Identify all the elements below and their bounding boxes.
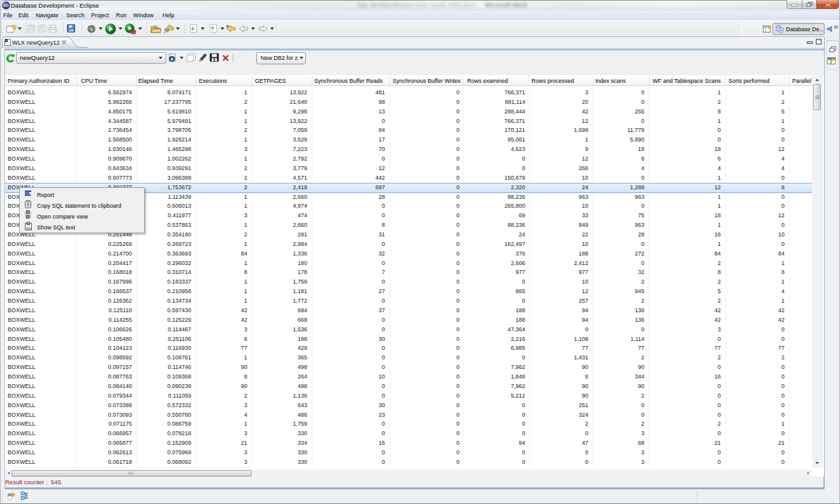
svg-text:SQL: SQL: [26, 227, 33, 230]
